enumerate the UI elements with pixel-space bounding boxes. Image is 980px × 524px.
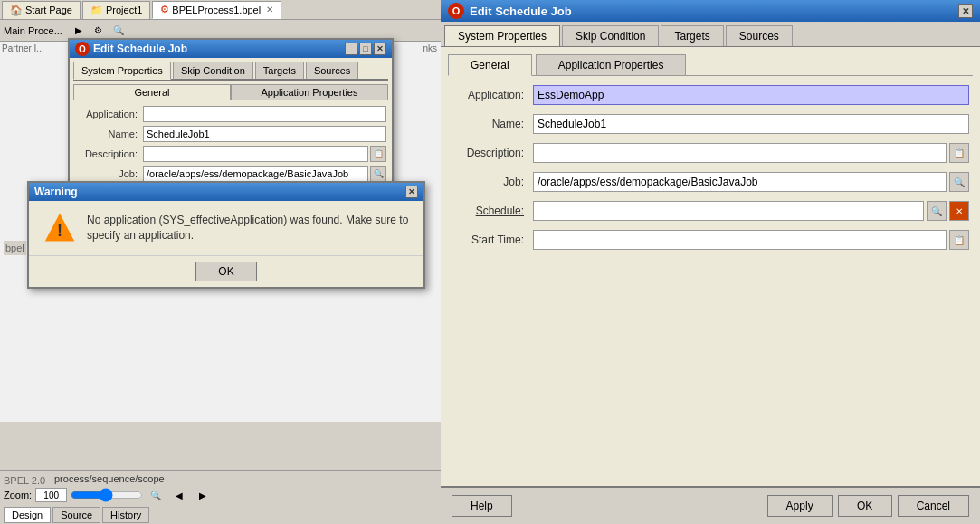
right-apply-btn[interactable]: Apply [767, 495, 833, 517]
right-sub-tab-app-props[interactable]: Application Properties [536, 54, 687, 75]
small-tab-targets[interactable]: Targets [255, 62, 304, 79]
small-description-btn[interactable]: 📋 [370, 146, 386, 162]
right-description-input[interactable] [533, 143, 947, 163]
right-ok-btn[interactable]: OK [838, 495, 892, 517]
bpel-scope-label: bpel [4, 241, 26, 255]
right-schedule-search-btn[interactable]: 🔍 [927, 201, 947, 221]
small-form-row-application: Application: [73, 106, 388, 122]
zoom-label: Zoom: [4, 490, 32, 500]
right-form-row-job: Job: 🔍 [448, 172, 973, 192]
right-tab-targets[interactable]: Targets [661, 25, 723, 46]
right-close-btn[interactable]: ✕ [958, 4, 973, 18]
right-title-left: O Edit Schedule Job [448, 3, 572, 19]
bottom-bar: BPEL 2.0 process/sequence/scope Zoom: 🔍 … [0, 470, 441, 524]
right-description-label: Description: [452, 147, 533, 159]
main-process-label: Main Proce... [4, 25, 62, 36]
small-name-input[interactable] [143, 126, 386, 142]
small-tab-sources[interactable]: Sources [306, 62, 358, 79]
small-form-row-job: Job: 🔍 [73, 166, 388, 182]
maximize-btn[interactable]: □ [359, 43, 372, 55]
right-cancel-btn[interactable]: Cancel [898, 495, 969, 517]
small-sub-tab-app-props[interactable]: Application Properties [231, 84, 388, 100]
right-application-input[interactable] [533, 85, 969, 105]
small-description-input[interactable] [143, 146, 368, 162]
warning-close-btn[interactable]: ✕ [405, 186, 418, 198]
small-form-row-description: Description: 📋 [73, 146, 388, 162]
small-job-input[interactable] [143, 166, 368, 182]
right-edit-dialog: O Edit Schedule Job ✕ System Properties … [441, 0, 980, 524]
right-sub-tab-general[interactable]: General [448, 54, 532, 76]
right-content-spacer [448, 259, 973, 479]
bpel-icon: ⚙ [160, 4, 169, 15]
canvas-right-label: nks [423, 43, 437, 53]
right-job-search-btn[interactable]: 🔍 [949, 172, 969, 192]
tab-bpel-process[interactable]: ⚙ BPELProcess1.bpel ✕ [152, 1, 281, 19]
warning-dialog: Warning ✕ ! No application (SYS_effectiv… [27, 181, 425, 289]
tab-history[interactable]: History [102, 507, 149, 523]
warning-ok-btn[interactable]: OK [195, 262, 256, 281]
right-schedule-input[interactable] [533, 201, 924, 221]
tab-source[interactable]: Source [52, 507, 100, 523]
right-form-row-description: Description: 📋 [448, 143, 973, 163]
warning-titlebar: Warning ✕ [29, 183, 423, 201]
toolbar-btn-1[interactable]: ▶ [70, 23, 88, 39]
toolbar-btn-3[interactable]: 🔍 [109, 23, 128, 39]
warning-triangle-icon: ! [43, 212, 76, 244]
breadcrumb: process/sequence/scope [0, 472, 441, 485]
right-schedule-clear-btn[interactable]: ✕ [949, 201, 969, 221]
small-dialog-titlebar: O Edit Schedule Job _ □ ✕ [70, 40, 392, 58]
right-tab-skip[interactable]: Skip Condition [562, 25, 659, 46]
warning-content: ! No application (SYS_effectiveApplicati… [29, 201, 423, 255]
left-ide-panel: 🏠 Start Page 📁 Project1 ⚙ BPELProcess1.b… [0, 0, 441, 524]
right-description-btn[interactable]: 📋 [949, 143, 969, 163]
zoom-slider[interactable] [71, 489, 143, 501]
right-form-row-name: Name: [448, 114, 973, 134]
right-start-time-input[interactable] [533, 230, 947, 250]
small-job-label: Job: [75, 168, 143, 179]
right-help-btn[interactable]: Help [452, 495, 512, 517]
small-dialog-icon: O [75, 42, 90, 56]
svg-text:!: ! [57, 222, 62, 240]
small-application-label: Application: [75, 109, 143, 119]
start-page-icon: 🏠 [10, 5, 23, 16]
zoom-btn-1[interactable]: 🔍 [147, 487, 165, 503]
zoom-btn-2[interactable]: ◀ [170, 487, 188, 503]
small-form-row-name: Name: [73, 126, 388, 142]
minimize-btn[interactable]: _ [345, 43, 357, 55]
bottom-tabs: Design Source History [0, 505, 441, 524]
right-dialog-icon: O [448, 3, 464, 19]
small-job-search-btn[interactable]: 🔍 [370, 166, 386, 182]
small-tab-strip: System Properties Skip Condition Targets… [73, 62, 388, 81]
small-sub-tab-general[interactable]: General [73, 84, 231, 100]
small-application-input[interactable] [143, 106, 386, 122]
right-schedule-label: Schedule: [452, 205, 533, 217]
zoom-btn-3[interactable]: ▶ [194, 487, 212, 503]
small-tab-system[interactable]: System Properties [73, 62, 171, 80]
small-dialog-title: Edit Schedule Job [93, 43, 187, 55]
zoom-input[interactable] [35, 488, 67, 502]
right-dialog-footer: Help Apply OK Cancel [441, 486, 980, 524]
right-tab-system[interactable]: System Properties [444, 25, 560, 46]
right-form-row-schedule: Schedule: 🔍 ✕ [448, 201, 973, 221]
small-dialog-controls: _ □ ✕ [345, 43, 386, 55]
small-sub-tab-strip: General Application Properties [73, 84, 388, 100]
right-name-label: Name: [452, 118, 533, 130]
right-job-label: Job: [452, 176, 533, 188]
warning-title: Warning [34, 186, 78, 198]
right-sub-tab-strip: General Application Properties [448, 54, 973, 76]
tab-close-icon[interactable]: ✕ [266, 5, 273, 14]
right-job-input[interactable] [533, 172, 947, 192]
right-name-input[interactable] [533, 114, 969, 134]
toolbar-btn-2[interactable]: ⚙ [90, 23, 108, 39]
tab-design[interactable]: Design [4, 507, 51, 523]
tab-start-page[interactable]: 🏠 Start Page [2, 1, 81, 19]
canvas-label: Partner I... [2, 43, 44, 53]
right-start-time-btn[interactable]: 📋 [949, 230, 969, 250]
right-tab-sources[interactable]: Sources [726, 25, 793, 46]
right-form-row-application: Application: [448, 85, 973, 105]
close-btn[interactable]: ✕ [374, 43, 386, 55]
small-name-label: Name: [75, 129, 143, 139]
small-tab-skip[interactable]: Skip Condition [173, 62, 253, 79]
bpel-version: BPEL 2.0 [4, 475, 45, 486]
tab-project1[interactable]: 📁 Project1 [82, 1, 150, 19]
